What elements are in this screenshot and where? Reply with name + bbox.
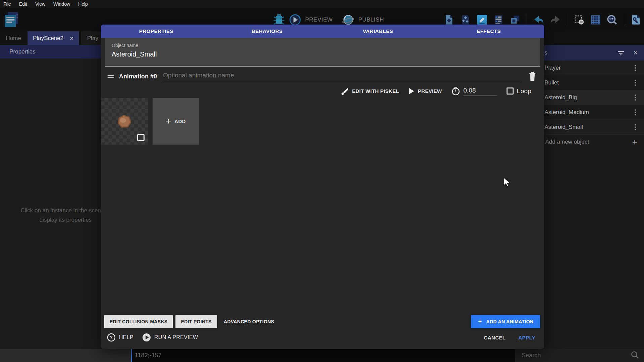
add-object-label: Add a new object [545,139,632,145]
edit-with-piskel-button[interactable]: EDIT WITH PISKEL [340,87,399,95]
object-name-card: Object name [105,38,540,67]
edit-collision-masks-button[interactable]: EDIT COLLISION MASKS [104,315,173,328]
kebab-menu-icon[interactable] [635,97,636,98]
toolbar-separator [567,13,567,26]
menu-item[interactable]: Window [53,1,70,7]
svg-text:1:1: 1:1 [609,17,614,21]
search-bar[interactable] [515,349,644,362]
publish-label[interactable]: PUBLISH [358,16,384,23]
object-name-label: Asteroid_Big [545,94,635,101]
help-icon: ? [107,333,116,342]
toolbar-separator [624,13,624,26]
timer-icon [451,86,460,96]
loop-checkbox[interactable] [507,87,514,95]
frame-thumbnail[interactable] [101,98,148,145]
menu-item[interactable]: Edit [19,1,27,7]
object-name-label: Asteroid_Medium [545,109,635,116]
menu-item[interactable]: Help [78,1,88,7]
drag-handle-icon[interactable] [108,75,114,78]
svg-text:?: ? [110,335,113,340]
project-manager-icon[interactable] [4,11,19,29]
add-frame-button[interactable]: + ADD [153,98,199,145]
object-name-field[interactable] [112,50,515,58]
preview-icon[interactable] [289,14,301,26]
apply-button[interactable]: APPLY [518,335,535,340]
close-icon[interactable]: ✕ [70,35,74,41]
play-icon [408,88,414,95]
animation-title: Animation #0 [119,73,157,80]
dialog-action-row: EDIT COLLISION MASKS EDIT POINTS ADVANCE… [101,314,544,329]
dialog-tab[interactable]: PROPERTIES [101,25,212,38]
kebab-menu-icon[interactable] [635,82,636,83]
scene-setup-icon[interactable] [630,14,642,26]
object-list-item[interactable]: Bullet [534,75,644,90]
close-panel-icon[interactable]: ✕ [633,49,638,57]
dialog-tab[interactable]: EFFECTS [433,25,544,38]
objects-panel-title: s [545,49,548,56]
events-sheet-icon[interactable] [492,14,505,26]
dialog-tab-bar: PROPERTIESBEHAVIORSVARIABLESEFFECTS [101,25,544,38]
object-name-label: Bullet [545,79,635,86]
edit-points-button[interactable]: EDIT POINTS [175,315,217,328]
object-list-item[interactable]: Asteroid_Medium [534,105,644,120]
brush-icon [340,87,349,95]
layers-icon[interactable] [509,14,521,26]
frame-checkbox[interactable] [137,134,145,141]
time-between-frames-field[interactable] [464,87,497,96]
tab-home[interactable]: Home [0,31,27,45]
debugger-icon[interactable] [273,14,285,26]
animation-name-field[interactable] [163,72,521,81]
zoom-1-1-icon[interactable]: 1:1 [606,14,618,26]
menu-bar: FileEditViewWindowHelp [0,0,644,8]
status-bar-left [0,349,131,362]
filter-icon[interactable] [617,50,625,56]
redo-icon[interactable] [549,14,561,26]
object-name-label: Object name [112,43,540,48]
dialog-tab[interactable]: BEHAVIORS [212,25,323,38]
search-input[interactable] [522,352,631,359]
cursor-coordinates: 1182;-157 [131,349,515,362]
kebab-menu-icon[interactable] [635,112,636,113]
object-name-label: Player [545,65,635,71]
menu-item[interactable]: View [35,1,45,7]
loop-toggle[interactable]: Loop [507,87,531,95]
advanced-options-button[interactable]: ADVANCED OPTIONS [220,315,278,328]
time-between-frames-group [451,86,497,96]
toolbar-separator [527,13,527,26]
kebab-menu-icon[interactable] [635,126,636,128]
menu-item[interactable]: File [3,1,11,7]
objects-panel: s ✕ Player Bullet [534,45,644,349]
play-circle-icon [142,333,151,342]
delete-animation-icon[interactable] [528,71,537,81]
search-icon[interactable] [631,351,639,361]
help-button[interactable]: ? HELP [107,333,133,342]
run-a-preview-button[interactable]: RUN A PREVIEW [142,333,198,342]
animation-frames-row: + ADD [101,98,544,145]
plus-icon[interactable]: + [632,137,637,147]
tab-playscene2[interactable]: PlayScene2 ✕ [28,31,79,45]
dialog-tab[interactable]: VARIABLES [323,25,434,38]
delete-selection-icon[interactable] [573,14,585,26]
mouse-cursor-icon [503,177,511,189]
undo-icon[interactable] [533,14,545,26]
add-object-row[interactable]: Add a new object + [534,135,644,149]
properties-panel-title: Properties [9,48,35,55]
publish-icon[interactable] [342,14,354,26]
grid-icon[interactable] [590,14,602,26]
objects-panel-header: s ✕ [534,45,644,61]
add-animation-button[interactable]: + ADD AN ANIMATION [471,315,540,328]
preview-animation-button[interactable]: PREVIEW [408,88,442,95]
object-list-item[interactable]: Asteroid_Big [534,90,644,105]
tab-label: PlayScene2 [33,35,64,42]
objects-list: Player Bullet Asteroid_Big Asteroid_Medi… [534,61,644,135]
instances-list-icon[interactable] [459,14,472,26]
kebab-menu-icon[interactable] [635,67,636,69]
object-list-item[interactable]: Player [534,61,644,75]
object-list-item[interactable]: Asteroid_Small [534,120,644,135]
preview-label[interactable]: PREVIEW [305,16,333,23]
objects-editor-icon[interactable] [443,14,455,26]
edit-scene-icon[interactable] [476,14,488,26]
app-window: FileEditViewWindowHelp [0,0,644,362]
object-name-label: Asteroid_Small [545,124,635,131]
cancel-button[interactable]: CANCEL [484,335,506,340]
